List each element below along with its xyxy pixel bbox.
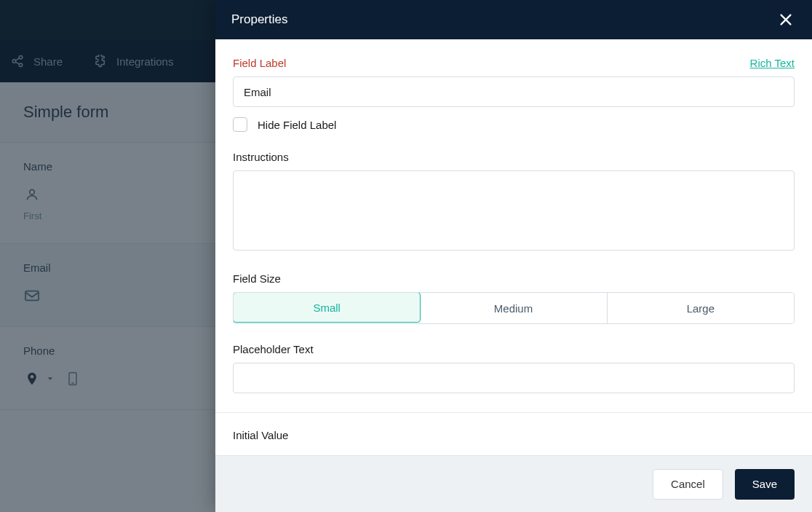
panel-footer: Cancel Save	[215, 455, 812, 512]
field-size-section: Field Size Small Medium Large	[233, 272, 795, 324]
hide-label-text: Hide Field Label	[258, 119, 336, 131]
section-divider	[215, 412, 812, 413]
size-option-small[interactable]: Small	[233, 292, 421, 323]
panel-title: Properties	[231, 12, 287, 27]
close-button[interactable]	[776, 9, 796, 30]
save-button[interactable]: Save	[735, 469, 795, 500]
initial-value-section: Initial Value	[233, 429, 795, 441]
field-size-segmented: Small Medium Large	[233, 292, 795, 324]
placeholder-input[interactable]	[233, 363, 795, 393]
close-icon	[778, 12, 794, 28]
placeholder-label: Placeholder Text	[233, 343, 314, 355]
panel-body: Field Label Rich Text Hide Field Label I…	[215, 39, 812, 455]
instructions-input[interactable]	[233, 170, 795, 251]
panel-header: Properties	[215, 0, 812, 39]
initial-value-label: Initial Value	[233, 429, 288, 441]
field-label-text: Field Label	[233, 57, 286, 69]
field-label-input[interactable]	[233, 76, 795, 107]
field-size-label: Field Size	[233, 272, 281, 285]
hide-label-checkbox[interactable]	[233, 117, 247, 132]
size-option-medium[interactable]: Medium	[420, 293, 607, 323]
instructions-section: Instructions	[233, 151, 795, 253]
instructions-label: Instructions	[233, 151, 289, 163]
size-option-large[interactable]: Large	[608, 293, 794, 323]
properties-panel: Properties Field Label Rich Text Hide Fi…	[215, 0, 812, 512]
cancel-button[interactable]: Cancel	[653, 469, 723, 500]
placeholder-section: Placeholder Text	[233, 343, 795, 393]
field-label-section: Field Label Rich Text Hide Field Label	[233, 57, 795, 132]
rich-text-link[interactable]: Rich Text	[750, 57, 795, 69]
